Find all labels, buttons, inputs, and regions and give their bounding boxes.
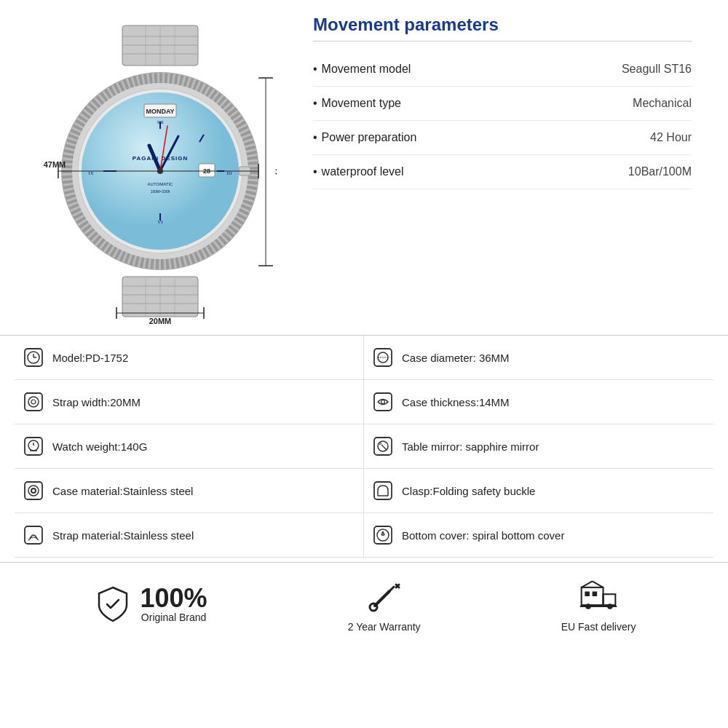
- svg-text:MONDAY: MONDAY: [146, 108, 174, 115]
- movement-params-section: Movement parameters Movement model Seagu…: [298, 15, 706, 328]
- brand-percent: 100%: [141, 585, 207, 612]
- watch-icon: [22, 346, 45, 369]
- svg-point-61: [28, 397, 39, 407]
- svg-point-71: [379, 443, 381, 445]
- spec-case-material-text: Case material:Stainless steel: [52, 485, 193, 497]
- spec-strap-width: Strap width:20MM: [15, 380, 364, 424]
- param-value-type: Mechanical: [502, 97, 692, 110]
- spec-clasp: Clasp:Folding safety buckle: [364, 469, 713, 513]
- svg-point-64: [381, 400, 385, 404]
- svg-line-95: [593, 581, 604, 587]
- param-label-power: Power preparation: [313, 131, 502, 144]
- param-value-power: 42 Hour: [502, 131, 692, 144]
- weight-icon: [22, 435, 45, 458]
- spec-case-diameter-text: Case diameter: 36MM: [402, 352, 510, 364]
- svg-rect-60: [25, 393, 42, 411]
- spec-strap-width-text: Strap width:20MM: [52, 396, 141, 408]
- clasp-icon: [371, 479, 395, 502]
- case-material-icon: [22, 479, 45, 502]
- param-label-model: Movement model: [313, 63, 502, 76]
- spec-table-mirror: Table mirror: sapphire mirror: [364, 424, 713, 469]
- param-value-waterproof: 10Bar/100M: [502, 165, 692, 178]
- param-label-waterproof: waterproof level: [313, 165, 502, 178]
- param-label-type: Movement type: [313, 97, 502, 110]
- svg-line-88: [379, 587, 394, 601]
- svg-rect-73: [25, 482, 42, 499]
- spec-watch-weight-text: Watch weight:140G: [52, 440, 147, 453]
- svg-rect-96: [604, 594, 616, 605]
- svg-line-94: [582, 581, 593, 587]
- strap-width-icon: [22, 390, 45, 414]
- thickness-icon: [371, 390, 395, 414]
- watch-diagram: MONDAY XII III VI IX 28 PAGANI DESIGN AU…: [22, 15, 298, 328]
- truck-icon: [578, 576, 619, 617]
- svg-text:PAGANI DESIGN: PAGANI DESIGN: [132, 155, 188, 162]
- svg-text:36MM: 36MM: [275, 167, 277, 176]
- param-table: Movement model Seagull ST16 Movement typ…: [313, 52, 692, 189]
- spec-case-material: Case material:Stainless steel: [15, 469, 364, 513]
- param-row-type: Movement type Mechanical: [313, 87, 692, 121]
- spec-case-diameter: Case diameter: 36MM: [364, 336, 713, 380]
- watch-svg: MONDAY XII III VI IX 28 PAGANI DESIGN AU…: [44, 18, 277, 324]
- specs-section: Model:PD-1752 Case diameter: 36MM: [0, 335, 728, 558]
- shield-icon: [92, 584, 133, 625]
- svg-text:47MM: 47MM: [44, 160, 66, 169]
- spec-case-thickness: Case thickness:14MM: [364, 380, 713, 424]
- warranty-icon: [364, 576, 405, 617]
- brand-label: Original Brand: [141, 612, 207, 623]
- param-row-power: Power preparation 42 Hour: [313, 121, 692, 155]
- spec-bottom-cover-text: Bottom cover: spiral bottom cover: [402, 529, 564, 542]
- bottom-bar: 100% Original Brand 2 Year Warranty: [0, 562, 728, 646]
- mirror-icon: [371, 435, 395, 458]
- spec-clasp-text: Clasp:Folding safety buckle: [402, 485, 535, 497]
- svg-point-62: [31, 400, 36, 404]
- svg-text:20MM: 20MM: [149, 317, 172, 324]
- svg-rect-63: [374, 393, 392, 411]
- param-row-model: Movement model Seagull ST16: [313, 52, 692, 87]
- svg-line-72: [381, 445, 387, 450]
- spec-strap-material-text: Strap material:Stainless steel: [52, 529, 194, 542]
- svg-rect-91: [582, 587, 604, 605]
- brand-item: 100% Original Brand: [92, 584, 207, 625]
- strap-material-icon: [22, 523, 45, 547]
- param-row-waterproof: waterproof level 10Bar/100M: [313, 155, 692, 189]
- delivery-label: EU Fast delivery: [561, 621, 636, 633]
- case-icon: [371, 346, 395, 369]
- svg-point-87: [370, 604, 377, 611]
- spec-table-mirror-text: Table mirror: sapphire mirror: [402, 440, 539, 453]
- spec-watch-weight: Watch weight:140G: [15, 424, 364, 469]
- cover-icon: [371, 523, 395, 547]
- delivery-item: EU Fast delivery: [561, 576, 636, 633]
- svg-text:AUTOMATIC: AUTOMATIC: [148, 182, 173, 186]
- svg-text:100M=330ft: 100M=330ft: [151, 189, 170, 194]
- spec-model: Model:PD-1752: [15, 336, 364, 380]
- spec-case-thickness-text: Case thickness:14MM: [402, 396, 510, 408]
- warranty-item: 2 Year Warranty: [348, 576, 421, 633]
- spec-model-text: Model:PD-1752: [52, 352, 128, 364]
- svg-rect-93: [593, 591, 598, 596]
- warranty-label: 2 Year Warranty: [348, 621, 421, 633]
- movement-heading: Movement parameters: [313, 15, 692, 41]
- specs-grid: Model:PD-1752 Case diameter: 36MM: [15, 336, 713, 558]
- svg-point-74: [28, 486, 39, 496]
- param-value-model: Seagull ST16: [502, 63, 692, 76]
- spec-strap-material: Strap material:Stainless steel: [15, 513, 364, 558]
- spec-bottom-cover: Bottom cover: spiral bottom cover: [364, 513, 713, 558]
- svg-point-75: [31, 488, 36, 493]
- svg-rect-76: [374, 482, 392, 499]
- svg-rect-92: [585, 591, 590, 596]
